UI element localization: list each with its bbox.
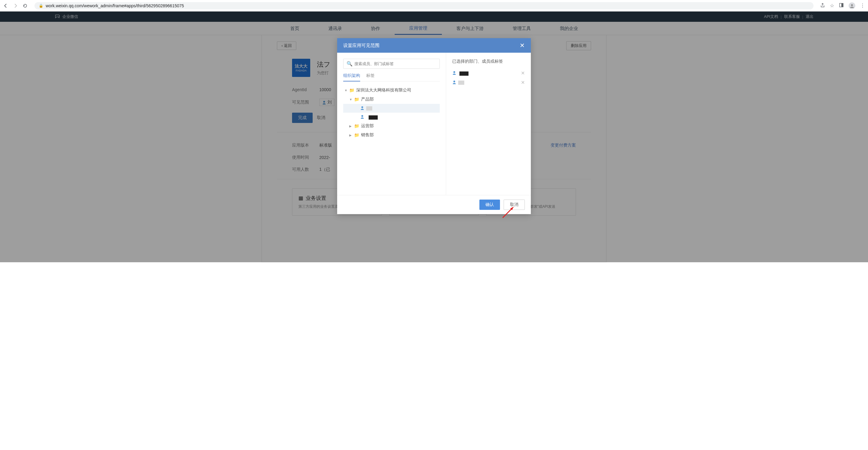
annotation-arrow	[501, 204, 516, 220]
close-icon[interactable]: ✕	[520, 42, 525, 49]
tree-dept-product[interactable]: ▼ 📁 产品部	[343, 95, 440, 104]
svg-point-8	[453, 81, 455, 82]
tree-dept-ops[interactable]: ▶ 📁 运营部	[343, 121, 440, 130]
search-input-container[interactable]: 🔍	[343, 59, 440, 69]
folder-icon: 📁	[354, 124, 359, 128]
modal-right-panel: 已选择的部门、成员或标签 ✕ ✕	[446, 53, 531, 195]
search-icon: 🔍	[346, 61, 352, 67]
profile-avatar-icon[interactable]	[849, 2, 855, 9]
svg-point-5	[361, 106, 363, 108]
redacted-name	[366, 115, 378, 119]
confirm-button[interactable]: 确认	[479, 200, 500, 210]
person-icon	[452, 70, 456, 76]
person-icon	[452, 80, 456, 85]
folder-icon: 📁	[354, 132, 359, 138]
selected-item-2: ✕	[452, 78, 525, 87]
redacted-name	[366, 106, 372, 111]
forward-icon	[13, 3, 18, 8]
caret-down-icon: ▼	[344, 89, 347, 92]
search-input[interactable]	[354, 61, 436, 66]
url-text: work.weixin.qq.com/wework_admin/frame#ap…	[46, 3, 184, 8]
svg-point-6	[361, 115, 363, 117]
visibility-modal: 设置应用可见范围 ✕ 🔍 组织架构 标签 ▼ 📁 深圳法大大网络科技有限公司	[337, 38, 531, 214]
folder-icon: 📁	[349, 88, 354, 93]
caret-right-icon: ▶	[349, 124, 352, 128]
tree-dept-sales[interactable]: ▶ 📁 销售部	[343, 130, 440, 140]
reload-icon[interactable]	[22, 3, 28, 8]
modal-header: 设置应用可见范围 ✕	[337, 38, 531, 53]
tab-org[interactable]: 组织架构	[343, 73, 360, 82]
tree-member-2[interactable]	[343, 113, 440, 121]
org-tree: ▼ 📁 深圳法大大网络科技有限公司 ▼ 📁 产品部	[343, 86, 440, 140]
share-icon[interactable]	[820, 3, 825, 9]
lock-icon: 🔒	[39, 4, 43, 8]
tab-tags[interactable]: 标签	[366, 73, 375, 81]
back-icon[interactable]	[3, 3, 8, 8]
person-icon	[360, 106, 364, 111]
browser-right-icons: ☆ ⋮	[820, 2, 865, 9]
redacted-name	[458, 81, 464, 85]
remove-icon[interactable]: ✕	[521, 80, 525, 85]
person-icon	[360, 115, 364, 120]
extensions-icon[interactable]	[839, 3, 844, 9]
browser-toolbar: 🔒 work.weixin.qq.com/wework_admin/frame#…	[0, 0, 868, 11]
selected-item-1: ✕	[452, 68, 525, 78]
folder-icon: 📁	[354, 97, 359, 102]
svg-rect-1	[841, 3, 843, 7]
caret-right-icon: ▶	[349, 133, 352, 137]
modal-left-panel: 🔍 组织架构 标签 ▼ 📁 深圳法大大网络科技有限公司 ▼ 📁	[337, 53, 446, 195]
remove-icon[interactable]: ✕	[521, 70, 525, 76]
modal-title: 设置应用可见范围	[343, 43, 379, 49]
redacted-name	[458, 70, 468, 76]
tree-member-1[interactable]	[343, 104, 440, 113]
menu-icon[interactable]: ⋮	[860, 3, 865, 8]
svg-point-2	[851, 4, 853, 6]
selected-heading: 已选择的部门、成员或标签	[452, 59, 525, 64]
caret-down-icon: ▼	[349, 98, 352, 101]
address-bar[interactable]: 🔒 work.weixin.qq.com/wework_admin/frame#…	[34, 2, 813, 9]
tree-root[interactable]: ▼ 📁 深圳法大大网络科技有限公司	[343, 86, 440, 95]
svg-point-7	[453, 71, 455, 73]
bookmark-icon[interactable]: ☆	[830, 3, 834, 8]
